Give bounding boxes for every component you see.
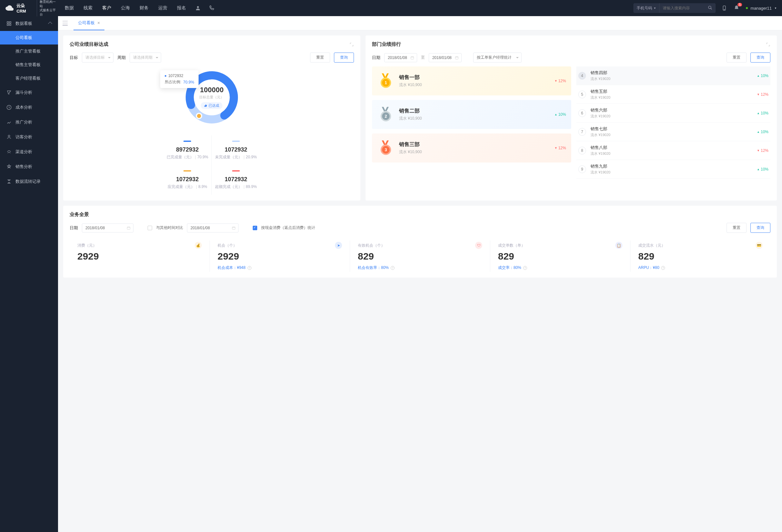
menu-icon bbox=[6, 90, 11, 95]
period-label: 周期 bbox=[117, 55, 126, 61]
collapse-sidebar-button[interactable] bbox=[63, 21, 68, 26]
svg-text:2: 2 bbox=[385, 114, 387, 119]
rank-card: 部门业绩排行 日期 2018/01/08 至 2018/01/08 按工单客户经… bbox=[365, 35, 777, 201]
tab-company-board[interactable]: 公司看板 × bbox=[73, 16, 104, 30]
sidebar-sub-item[interactable]: 客户经理看板 bbox=[0, 72, 58, 85]
sidebar-sub-item[interactable]: 公司看板 bbox=[0, 31, 58, 44]
user-menu[interactable]: manager11 ▼ bbox=[746, 6, 777, 11]
svg-point-3 bbox=[724, 9, 725, 10]
dashboard-icon bbox=[6, 21, 11, 26]
menu-icon bbox=[6, 149, 11, 154]
info-icon[interactable]: ? bbox=[661, 266, 665, 270]
reset-button[interactable]: 重置 bbox=[726, 223, 747, 233]
overview-date2[interactable]: 2018/01/08 bbox=[187, 223, 239, 233]
sidebar-sub-item[interactable]: 推广主管看板 bbox=[0, 44, 58, 58]
date-to-input[interactable]: 2018/01/08 bbox=[429, 53, 462, 62]
svg-rect-22 bbox=[127, 227, 130, 229]
sidebar-item[interactable]: 渠道分析 bbox=[0, 144, 58, 159]
overview-title: 业务全景 bbox=[70, 212, 771, 218]
date-label: 日期 bbox=[70, 225, 78, 231]
cloud-icon bbox=[5, 4, 14, 12]
svg-text:3: 3 bbox=[385, 148, 387, 152]
stat-cell: 1072932未完成量（元）|20.9% bbox=[212, 135, 260, 165]
expand-icon[interactable] bbox=[349, 42, 354, 47]
svg-rect-4 bbox=[7, 22, 9, 23]
date-label: 日期 bbox=[372, 55, 380, 61]
date-from-input[interactable]: 2018/01/08 bbox=[384, 53, 417, 62]
cash-label: 按现金消费（返点后消费）统计 bbox=[261, 225, 315, 230]
query-button[interactable]: 查询 bbox=[750, 52, 771, 63]
notification-button[interactable]: 5 bbox=[734, 5, 740, 11]
cash-checkbox[interactable] bbox=[253, 226, 257, 230]
sidebar-item[interactable]: 推广分析 bbox=[0, 115, 58, 130]
info-icon[interactable]: ? bbox=[523, 266, 527, 270]
topnav-item[interactable]: 线索 bbox=[83, 5, 93, 11]
top-nav: 数据线索客户公海财务运营报名 bbox=[65, 5, 186, 11]
sidebar-item[interactable]: 销售分析 bbox=[0, 159, 58, 174]
rank-list-row[interactable]: 9销售九部流水 ¥19020▲ 10% bbox=[576, 160, 771, 179]
search-type-select[interactable]: 手机号码▼ bbox=[633, 3, 660, 13]
sidebar-sub-item[interactable]: 销售主管看板 bbox=[0, 58, 58, 72]
logo[interactable]: 云朵CRM 教育机构一站式服务云平台 bbox=[5, 0, 58, 16]
status-dot bbox=[746, 7, 748, 9]
svg-point-0 bbox=[197, 6, 199, 8]
sidebar-item[interactable]: 漏斗分析 bbox=[0, 85, 58, 100]
svg-rect-12 bbox=[456, 57, 458, 59]
svg-text:1: 1 bbox=[385, 81, 387, 85]
overview-date1[interactable]: 2018/01/08 bbox=[82, 223, 134, 233]
rank-list-row[interactable]: 7销售七部流水 ¥19020▲ 10% bbox=[576, 122, 771, 141]
chart-tooltip: 1072932 所占比例: 70.9% bbox=[160, 70, 199, 88]
rank-list-row[interactable]: 6销售六部流水 ¥19020▲ 10% bbox=[576, 104, 771, 122]
reset-button[interactable]: 重置 bbox=[310, 52, 330, 63]
reset-button[interactable]: 重置 bbox=[726, 52, 747, 63]
stat-cell: 1072932应完成量（元）|8.9% bbox=[164, 165, 212, 195]
rank-list-row[interactable]: 5销售五部流水 ¥19020▼ 12% bbox=[576, 85, 771, 104]
query-button[interactable]: 查询 bbox=[334, 52, 354, 63]
logo-slogan: 教育机构一站式服务云平台 bbox=[37, 0, 58, 16]
info-icon[interactable]: ? bbox=[248, 266, 251, 270]
donut-status: 已达成 bbox=[201, 102, 222, 109]
target-select[interactable]: 请选择目标 bbox=[82, 52, 113, 63]
topnav-item[interactable]: 运营 bbox=[158, 5, 167, 11]
topnav-item[interactable]: 报名 bbox=[177, 5, 186, 11]
tab-close-icon[interactable]: × bbox=[97, 20, 100, 26]
compare-label: 与其他时间对比 bbox=[156, 225, 183, 230]
donut-chart: 100000 目标总量（元） 已达成 1072932 所占比例: 70.9% bbox=[183, 68, 241, 127]
calendar-icon bbox=[410, 56, 414, 60]
calendar-icon bbox=[455, 56, 459, 60]
overview-card: 业务全景 日期 2018/01/08 与其他时间对比 2018/01/08 按现… bbox=[63, 206, 777, 278]
rank-top-card: 3 销售三部流水 ¥10,900 ▼ 12% bbox=[372, 134, 571, 163]
search-input[interactable] bbox=[660, 6, 705, 10]
topnav-item[interactable]: 客户 bbox=[102, 5, 111, 11]
rank-list-row[interactable]: 4销售四部流水 ¥19020▲ 10% bbox=[576, 66, 771, 85]
stat-by-select[interactable]: 按工单客户经理统计 bbox=[473, 52, 522, 63]
thumb-icon bbox=[204, 104, 207, 107]
info-icon[interactable]: ? bbox=[391, 266, 395, 270]
mobile-icon[interactable] bbox=[721, 5, 727, 11]
svg-rect-11 bbox=[411, 57, 414, 59]
sidebar-item[interactable]: 成本分析 bbox=[0, 100, 58, 115]
expand-icon[interactable] bbox=[766, 42, 771, 47]
svg-rect-5 bbox=[9, 22, 11, 23]
rank-list-row[interactable]: 8销售八部流水 ¥19020▼ 12% bbox=[576, 141, 771, 160]
calendar-icon bbox=[232, 226, 236, 230]
topnav-item[interactable]: 财务 bbox=[140, 5, 149, 11]
sidebar-item[interactable]: 访客分析 bbox=[0, 130, 58, 144]
topnav-item[interactable]: 公海 bbox=[121, 5, 130, 11]
menu-icon bbox=[6, 164, 11, 169]
topnav-item[interactable]: 数据 bbox=[65, 5, 74, 11]
logo-brand: 云朵CRM bbox=[16, 3, 34, 13]
kpi-card: 成交单数（单）📋829成交率：80%? bbox=[490, 241, 631, 272]
phone-icon[interactable] bbox=[209, 5, 214, 11]
query-button[interactable]: 查询 bbox=[750, 223, 771, 233]
search-button[interactable] bbox=[705, 5, 716, 11]
user-icon[interactable] bbox=[195, 5, 201, 11]
menu-icon bbox=[6, 179, 11, 184]
kpi-icon: 📋 bbox=[615, 242, 623, 249]
period-select[interactable]: 请选择周期 bbox=[130, 52, 161, 63]
compare-checkbox[interactable] bbox=[148, 226, 152, 230]
sidebar-group-dashboard[interactable]: 数据看板 bbox=[0, 16, 58, 31]
sidebar-item[interactable]: 数据流转记录 bbox=[0, 174, 58, 189]
tab-label: 公司看板 bbox=[78, 20, 95, 26]
goal-card: 公司业绩目标达成 目标 请选择目标 周期 请选择周期 重置 查询 bbox=[63, 35, 360, 201]
